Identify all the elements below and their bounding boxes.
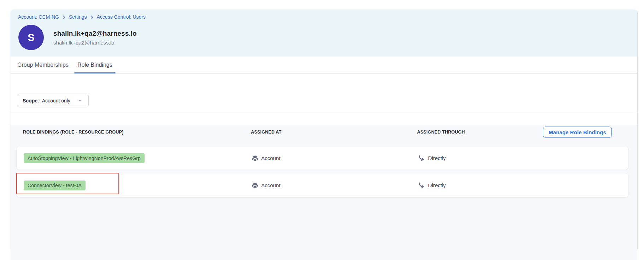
user-name: shalin.lk+qa2@harness.io — [53, 30, 137, 37]
role-binding-badge: AutoStoppingView - LightwingNonProdAwsRe… — [24, 153, 145, 163]
assigned-through-cell: Directly — [418, 155, 628, 162]
filter-toolbar: Scope: Account only — [11, 73, 637, 111]
table-row[interactable]: AutoStoppingView - LightwingNonProdAwsRe… — [17, 147, 628, 170]
breadcrumb-access-control-users[interactable]: Access Control: Users — [97, 14, 146, 20]
column-header-role-bindings: ROLE BINDINGS (ROLE - RESOURCE GROUP) — [23, 130, 251, 135]
table-header-row: ROLE BINDINGS (ROLE - RESOURCE GROUP) AS… — [17, 125, 628, 140]
chevron-down-icon — [77, 98, 83, 103]
breadcrumb-settings-link[interactable]: Settings — [69, 14, 87, 20]
role-binding-badge: ConnectorView - test-JA — [24, 181, 86, 190]
chevron-right-icon — [90, 15, 94, 19]
table-body: AutoStoppingView - LightwingNonProdAwsRe… — [17, 147, 628, 197]
breadcrumb: Account: CCM-NG Settings Access Control:… — [18, 14, 630, 20]
assigned-through-value: Directly — [428, 155, 446, 161]
avatar: S — [18, 25, 44, 50]
assigned-at-value: Account — [261, 155, 280, 161]
assigned-through-cell: Directly — [418, 182, 628, 189]
scope-dropdown-value: Account only — [42, 98, 70, 104]
user-identity: S shalin.lk+qa2@harness.io shalin.lk+qa2… — [18, 25, 630, 50]
curved-arrow-icon — [418, 182, 425, 189]
user-email: shalin.lk+qa2@harness.io — [53, 40, 137, 46]
table-row[interactable]: ConnectorView - test-JA Account — [17, 173, 628, 197]
tab-bar: Group Memberships Role Bindings — [11, 57, 637, 73]
assigned-at-cell: Account — [252, 155, 418, 161]
role-bindings-section: ROLE BINDINGS (ROLE - RESOURCE GROUP) AS… — [11, 125, 637, 260]
tab-role-bindings[interactable]: Role Bindings — [74, 57, 116, 73]
layers-icon — [252, 182, 258, 189]
scope-dropdown-label: Scope: — [23, 98, 39, 104]
layers-icon — [252, 155, 258, 161]
chevron-right-icon — [62, 15, 66, 19]
user-header: Account: CCM-NG Settings Access Control:… — [11, 10, 637, 57]
scope-dropdown[interactable]: Scope: Account only — [17, 94, 89, 107]
assigned-at-cell: Account — [252, 182, 418, 189]
manage-role-bindings-button[interactable]: Manage Role Bindings — [543, 127, 612, 138]
column-header-assigned-at: ASSIGNED AT — [251, 130, 417, 135]
tab-group-memberships[interactable]: Group Memberships — [14, 57, 72, 73]
assigned-at-value: Account — [261, 182, 280, 188]
curved-arrow-icon — [418, 155, 425, 162]
assigned-through-value: Directly — [428, 182, 446, 188]
breadcrumb-account-link[interactable]: Account: CCM-NG — [18, 14, 59, 20]
user-details-panel: Account: CCM-NG Settings Access Control:… — [11, 10, 638, 249]
page: Account: CCM-NG Settings Access Control:… — [0, 0, 644, 260]
